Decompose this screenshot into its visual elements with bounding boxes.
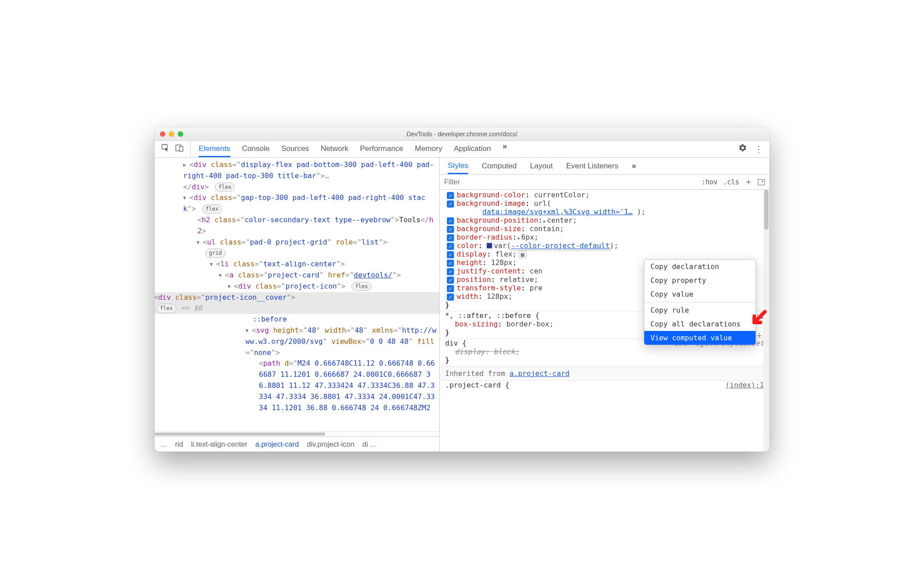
ctx-view-computed-value[interactable]: View computed value [644,331,756,345]
enable-checkbox[interactable] [447,192,454,199]
flex-badge[interactable]: flex [156,304,176,313]
hov-toggle[interactable]: :hov [702,178,718,186]
css-declaration[interactable]: display: flex;▦ [445,250,764,258]
flex-editor-icon[interactable]: ▦ [519,251,527,258]
window-title: DevTools - developer.chrome.com/docs/ [155,130,769,138]
tab-performance[interactable]: Performance [360,142,403,157]
dom-node[interactable]: ▼<svg height="48" width="48" xmlns="http… [162,325,437,358]
enable-checkbox[interactable] [447,294,454,301]
breadcrumb-item[interactable]: di … [362,440,377,449]
toggle-sidebar-icon[interactable] [758,179,765,185]
flex-badge[interactable]: flex [202,204,222,214]
devtools-window: DevTools - developer.chrome.com/docs/ El… [155,127,769,452]
new-rule-button[interactable]: ＋ [744,176,752,187]
enable-checkbox[interactable] [447,277,454,284]
dom-node-selected[interactable]: ⋯ ▼<div class="project-icon__cover"> [155,292,439,303]
breadcrumb[interactable]: … rid li.text-align-center a.project-car… [155,436,439,452]
dom-node-close[interactable]: </div> flex [162,182,437,193]
rule-selector[interactable]: *, ::after, ::before { [445,311,540,320]
kebab-menu-icon[interactable]: ⋮ [754,144,763,155]
enable-checkbox[interactable] [447,217,454,224]
vertical-scrollbar[interactable] [763,190,769,452]
breadcrumb-item[interactable]: rid [175,440,183,449]
dom-badge-row: grid [162,248,437,259]
css-declaration[interactable]: display: block; [445,347,764,356]
settings-icon[interactable] [738,143,747,155]
css-declaration[interactable]: background-size: contain; [445,224,764,233]
main-toolbar: Elements Console Sources Network Perform… [155,141,769,158]
enable-checkbox[interactable] [447,251,454,258]
tab-console[interactable]: Console [242,142,270,157]
tab-elements[interactable]: Elements [199,142,230,157]
horizontal-scrollbar[interactable] [155,431,439,436]
styles-body[interactable]: background-color: currentColor; backgrou… [440,190,769,452]
rule-close: } [445,356,764,364]
tab-network[interactable]: Network [321,142,348,157]
tab-memory[interactable]: Memory [415,142,442,157]
dom-node[interactable]: <h2 class="color-secondary-text type--ey… [162,215,437,237]
enable-checkbox[interactable] [447,260,454,267]
enable-checkbox[interactable] [447,268,454,275]
tab-application[interactable]: Application [454,142,491,157]
vertical-scrollbar-thumb[interactable] [764,190,769,230]
enable-checkbox[interactable] [447,243,454,250]
dom-node[interactable]: ▼<a class="project-card" href="devtools/… [162,270,437,281]
inherited-selector-link[interactable]: a.project-card [510,369,570,378]
dom-node[interactable]: ▼<div class="project-icon"> flex [162,281,437,292]
svg-rect-0 [162,145,168,149]
css-declaration[interactable]: background-image: url( data:image/svg+xm… [445,199,764,216]
ctx-copy-property[interactable]: Copy property [644,273,756,287]
enable-checkbox[interactable] [447,200,454,208]
tab-computed[interactable]: Computed [482,159,516,173]
inherited-from-header: Inherited from a.project-card [440,367,769,381]
breadcrumb-item[interactable]: li.text-align-center [191,440,247,449]
ctx-separator [644,302,756,302]
dom-node[interactable]: ▼<div class="gap-top-300 pad-left-400 pa… [162,192,437,215]
styles-panel: Styles Computed Layout Event Listeners »… [440,158,769,452]
ctx-copy-rule[interactable]: Copy rule [644,303,756,317]
ctx-copy-value[interactable]: Copy value [644,287,756,301]
cls-toggle[interactable]: .cls [723,178,739,186]
titlebar: DevTools - developer.chrome.com/docs/ [155,127,769,141]
breadcrumb-item[interactable]: a.project-card [255,440,299,449]
dom-node-selected-meta: flex == $0 [155,303,439,314]
svg-rect-2 [180,147,183,151]
breadcrumb-item[interactable]: … [160,440,167,449]
tab-layout[interactable]: Layout [530,159,553,173]
css-declaration[interactable]: background-position:▶center; [445,216,764,224]
more-tabs-button[interactable]: » [503,142,507,157]
device-toolbar-icon[interactable] [175,143,184,155]
dom-node[interactable]: ▼<li class="text-align-center"> [162,259,437,270]
dom-node[interactable]: <path d="M24 0.666748C11.12 0.666748 0.6… [162,358,437,413]
horizontal-scrollbar-thumb[interactable] [155,432,325,436]
elements-panel: ▶<div class="display-flex pad-bottom-300… [155,158,440,452]
dollar-zero-hint: == $0 [181,304,202,312]
rule-selector[interactable]: .project-card { [445,381,510,389]
enable-checkbox[interactable] [447,234,454,241]
dom-pseudo[interactable]: ::before [162,314,437,325]
context-menu: Copy declaration Copy property Copy valu… [644,259,756,345]
breadcrumb-item[interactable]: div.project-icon [307,440,354,449]
tab-event-listeners[interactable]: Event Listeners [566,159,618,173]
enable-checkbox[interactable] [447,226,454,233]
ctx-copy-all-declarations[interactable]: Copy all declarations [644,317,756,331]
styles-filter-input[interactable] [440,178,702,186]
enable-checkbox[interactable] [447,285,454,292]
flex-badge[interactable]: flex [215,183,235,192]
css-declaration[interactable]: background-color: currentColor; [445,191,764,199]
rule-selector[interactable]: div { [445,339,466,347]
ctx-copy-declaration[interactable]: Copy declaration [644,260,756,273]
more-side-tabs-button[interactable]: » [632,161,636,171]
flex-badge[interactable]: flex [352,282,372,291]
dom-tree[interactable]: ▶<div class="display-flex pad-bottom-300… [155,158,439,431]
rule-origin-link[interactable]: (index):1 [725,381,764,389]
dom-node[interactable]: ▶<div class="display-flex pad-bottom-300… [162,159,437,182]
tab-styles[interactable]: Styles [448,159,468,174]
css-declaration[interactable]: color: var(--color-project-default); [445,241,764,250]
dom-node[interactable]: ▼<ul class="pad-0 project-grid" role="li… [162,237,437,248]
grid-badge[interactable]: grid [205,249,225,258]
color-swatch[interactable] [487,243,492,249]
css-declaration[interactable]: border-radius:▶6px; [445,233,764,241]
tab-sources[interactable]: Sources [281,142,309,157]
inspect-element-icon[interactable] [161,143,170,155]
